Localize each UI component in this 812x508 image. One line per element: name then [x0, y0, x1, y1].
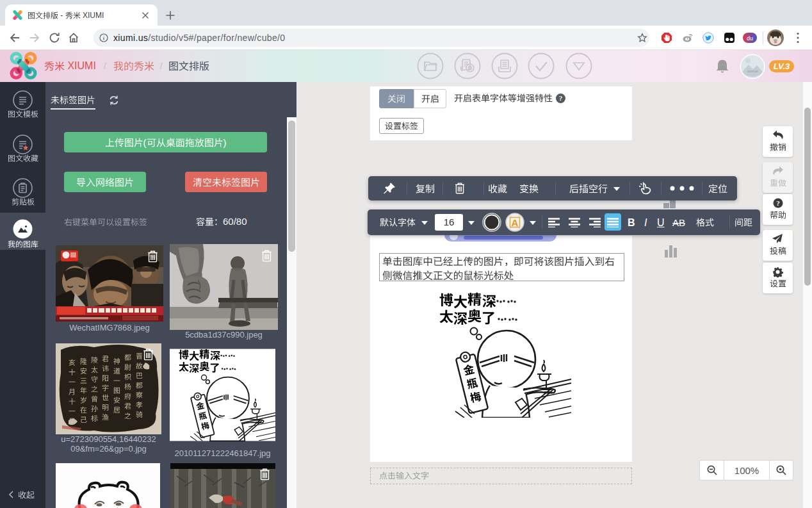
svg-text:?: ? — [776, 199, 780, 207]
svg-text:du: du — [747, 35, 753, 42]
svg-text:xiumi.us: xiumi.us — [747, 70, 758, 73]
svg-text:?: ? — [559, 94, 563, 102]
svg-text:A: A — [512, 217, 519, 228]
